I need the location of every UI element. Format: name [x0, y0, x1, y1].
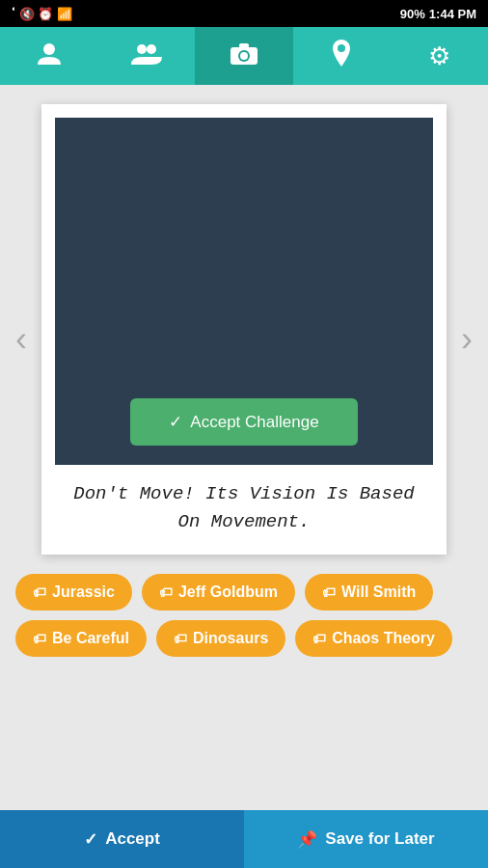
svg-point-2 [147, 44, 156, 54]
arrow-right-button[interactable]: › [461, 319, 473, 360]
tag-label-will: Will Smith [341, 583, 416, 601]
nav-item-pin[interactable] [293, 27, 391, 85]
tag-be-careful[interactable]: 🏷 Be Careful [15, 620, 147, 657]
bottom-accept-button[interactable]: ✓ Accept [0, 810, 244, 868]
tag-icon-chaos: 🏷 [312, 631, 326, 646]
bluetooth-icon: ʿ 🔇 ⏰ 📶 [12, 7, 72, 21]
tag-label-jeff: Jeff Goldbum [178, 583, 278, 601]
tag-jurassic[interactable]: 🏷 Jurassic [15, 574, 132, 610]
tag-label-chaos: Chaos Theory [332, 630, 435, 647]
bottom-save-label: Save for Later [325, 829, 434, 849]
bottom-pin-icon: 📌 [297, 829, 317, 850]
tag-dinosaurs[interactable]: 🏷 Dinosaurs [156, 620, 285, 657]
status-time-battery: 90% 1:44 PM [400, 7, 476, 21]
group-icon [131, 40, 162, 73]
nav-item-settings[interactable]: ⚙ [391, 27, 488, 85]
nav-item-profile[interactable] [0, 27, 97, 85]
tag-label-jurassic: Jurassic [52, 583, 115, 601]
bottom-check-icon: ✓ [84, 829, 97, 850]
svg-point-1 [137, 44, 147, 54]
profile-icon [36, 40, 63, 73]
nav-item-camera[interactable] [195, 27, 292, 85]
tag-icon-jurassic: 🏷 [33, 584, 46, 600]
svg-point-7 [338, 44, 345, 52]
svg-rect-6 [239, 43, 249, 48]
settings-icon: ⚙ [428, 41, 450, 71]
tag-chaos-theory[interactable]: 🏷 Chaos Theory [295, 620, 452, 657]
arrow-left-button[interactable]: ‹ [15, 319, 27, 360]
tag-will-smith[interactable]: 🏷 Will Smith [305, 574, 433, 610]
tag-label-dino: Dinosaurs [193, 630, 268, 647]
tag-icon-will: 🏷 [322, 584, 336, 600]
tags-section: 🏷 Jurassic 🏷 Jeff Goldbum 🏷 Will Smith 🏷… [15, 574, 473, 666]
tag-icon-dino: 🏷 [174, 631, 187, 646]
tag-icon-careful: 🏷 [33, 631, 46, 646]
main-content: ‹ ✓ Accept Challenge Don't Move! Its Vis… [0, 85, 488, 810]
tag-icon-jeff: 🏷 [159, 584, 173, 600]
polaroid-card: ✓ Accept Challenge Don't Move! Its Visio… [41, 104, 447, 555]
accept-challenge-label: Accept Challenge [190, 413, 318, 432]
bottom-save-button[interactable]: 📌 Save for Later [244, 810, 488, 868]
svg-point-5 [240, 52, 248, 60]
tag-label-careful: Be Careful [52, 630, 129, 647]
pin-icon [331, 40, 352, 73]
bottom-accept-label: Accept [105, 829, 160, 849]
card-caption: Don't Move! Its Vision Is Based On Movem… [55, 465, 433, 535]
tag-jeff-goldbum[interactable]: 🏷 Jeff Goldbum [142, 574, 295, 610]
card-wrapper: ‹ ✓ Accept Challenge Don't Move! Its Vis… [15, 104, 473, 574]
checkmark-icon: ✓ [169, 412, 182, 432]
bottom-bar: ✓ Accept 📌 Save for Later [0, 810, 488, 868]
accept-challenge-button[interactable]: ✓ Accept Challenge [130, 398, 357, 446]
top-navigation: ⚙ [0, 27, 488, 85]
status-bar: ʿ 🔇 ⏰ 📶 90% 1:44 PM [0, 0, 488, 27]
time-label: 1:44 PM [429, 7, 476, 21]
nav-item-group[interactable] [97, 27, 195, 85]
camera-icon [230, 41, 258, 72]
photo-area: ✓ Accept Challenge [55, 118, 433, 465]
status-icons: ʿ 🔇 ⏰ 📶 [12, 7, 72, 21]
battery-label: 90% [400, 7, 425, 21]
svg-point-0 [43, 43, 55, 55]
